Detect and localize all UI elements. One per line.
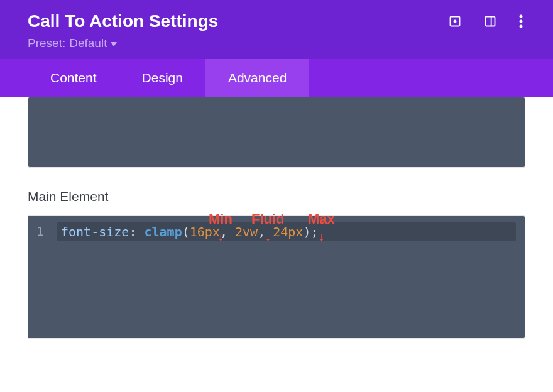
panel-right-icon[interactable] — [484, 15, 496, 28]
token-close-paren: ) — [303, 224, 310, 239]
token-comma-2: , — [258, 224, 265, 239]
code-line-1[interactable]: font-size: clamp(16px, 2vw, 24px); — [57, 222, 516, 241]
page-title: Call To Action Settings — [28, 11, 218, 31]
content-area: Main Element 1 font-size: clamp(16px, 2v… — [0, 97, 553, 339]
preset-value: Default — [69, 36, 107, 50]
preset-label: Preset: — [28, 36, 65, 50]
section-label-main-element: Main Element — [28, 189, 525, 204]
svg-point-5 — [520, 20, 523, 23]
token-arg-min: 16px — [190, 224, 220, 239]
editor-gutter: 1 — [28, 216, 52, 338]
tab-design[interactable]: Design — [119, 59, 205, 97]
header-top-row: Call To Action Settings — [28, 11, 525, 31]
target-icon[interactable] — [449, 15, 461, 28]
token-function: clamp — [144, 224, 182, 239]
token-open-paren: ( — [182, 224, 190, 239]
caret-down-icon — [111, 36, 117, 50]
editor-body[interactable]: font-size: clamp(16px, 2vw, 24px); — [52, 216, 525, 338]
settings-header: Call To Action Settings — [0, 0, 553, 59]
token-semicolon: ; — [310, 224, 318, 239]
tab-content[interactable]: Content — [28, 59, 119, 97]
token-colon: : — [129, 224, 136, 239]
header-icon-group — [449, 14, 525, 28]
svg-point-4 — [520, 15, 523, 18]
tab-advanced[interactable]: Advanced — [205, 59, 309, 97]
svg-point-6 — [520, 25, 523, 28]
code-panel-previous[interactable] — [28, 97, 525, 168]
code-editor[interactable]: 1 font-size: clamp(16px, 2vw, 24px); — [28, 215, 525, 339]
line-number: 1 — [28, 222, 52, 240]
tab-bar: Content Design Advanced — [0, 59, 553, 97]
svg-rect-2 — [486, 17, 495, 26]
svg-point-1 — [454, 20, 457, 23]
token-property: font-size — [61, 224, 129, 239]
token-comma-1: , — [220, 224, 227, 239]
preset-selector[interactable]: Preset: Default — [28, 36, 117, 50]
token-arg-max: 24px — [273, 224, 303, 239]
token-arg-fluid: 2vw — [235, 224, 258, 239]
more-vertical-icon[interactable] — [519, 14, 523, 28]
